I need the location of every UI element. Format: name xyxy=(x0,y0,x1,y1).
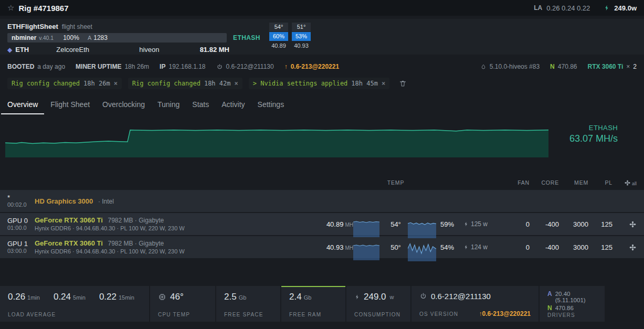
gpu-name[interactable]: GeForce RTX 3060 Ti xyxy=(35,239,103,247)
amd-driver-label: A xyxy=(547,290,552,298)
gpu-core-clock[interactable]: -400 xyxy=(530,243,559,251)
topbar: ☆ Rig #4719867 LA 0.26 0.24 0.22 249.0w xyxy=(0,0,644,16)
drivers-panel: A20.40 (5.11.1001) N470.86 DRIVERS xyxy=(540,286,605,322)
tab-settings[interactable]: Settings xyxy=(251,94,291,114)
status-row: BOOTED a day ago MINER UPTIME 18h 26m IP… xyxy=(0,61,644,72)
header-pl: PL xyxy=(588,179,613,186)
gpu-hashrate: 40.89 xyxy=(326,220,344,228)
header-mem: MEM xyxy=(559,179,588,186)
gpu0-temp: 54° xyxy=(269,23,288,31)
total-hashrate: 81.82 MH xyxy=(200,46,229,54)
gpu-fan-setting[interactable]: 0 xyxy=(505,243,530,251)
gpu-fan-percent: 59% xyxy=(440,220,463,228)
load-15min-label: 15min xyxy=(119,294,134,301)
favorite-star-icon[interactable]: ☆ xyxy=(7,3,14,13)
eth-coin-icon: ◆ xyxy=(7,46,12,54)
gpu-mem-clock[interactable]: 3000 xyxy=(559,220,588,228)
gpu-mem-clock[interactable]: 3000 xyxy=(559,243,588,251)
temp-sparkline xyxy=(353,234,379,260)
tab-stats[interactable]: Stats xyxy=(186,94,215,114)
cpu-chip-icon xyxy=(158,293,166,301)
gpu-name[interactable]: GeForce RTX 3060 Ti xyxy=(35,216,103,224)
gpu-fan-icon[interactable] xyxy=(629,220,637,228)
event-time: 18h 42m xyxy=(204,80,231,87)
ip-value: 192.168.1.18 xyxy=(168,63,205,70)
gpu-core-clock[interactable]: -400 xyxy=(530,220,559,228)
wallet-name: ZelcoreEth xyxy=(56,46,139,54)
header-temp: TEMP xyxy=(384,179,408,186)
cpu-gpu-vendor: · Intel xyxy=(98,198,114,205)
event-tag: Rig config changed 18h 42m × xyxy=(128,78,242,89)
miner-name: nbminer xyxy=(12,34,36,41)
flight-sheet-name[interactable]: ETHFlightSheet xyxy=(7,23,58,30)
free-space-panel: 2.5Gb FREE SPACE xyxy=(216,286,280,322)
temp-sparkline xyxy=(353,211,379,237)
gpu-bus: 03:00.0 xyxy=(7,248,35,254)
gpu1-temp: 51° xyxy=(292,23,311,31)
event-close-icon[interactable]: × xyxy=(234,80,238,87)
header-fan: FAN xyxy=(505,179,530,186)
event-close-icon[interactable]: × xyxy=(382,80,385,87)
uptime-label: MINER UPTIME xyxy=(76,63,121,70)
load-5min-label: 5min xyxy=(73,294,86,301)
load-average-values: 0.26 0.24 0.22 xyxy=(546,4,590,12)
free-space-label: FREE SPACE xyxy=(224,312,272,317)
gpu-info: 7982 MB · Gigabyte xyxy=(108,240,164,247)
gpu-temp: 50° xyxy=(384,243,408,251)
os-upgrade-link[interactable]: ↑0.6-213@220221 xyxy=(479,310,531,317)
clear-events-trash-icon[interactable] xyxy=(399,79,407,88)
miner-progress: 100% xyxy=(63,34,79,41)
gpu-hashrate: 40.93 xyxy=(326,243,344,251)
gpu-table-header: TEMP FAN CORE MEM PL all xyxy=(0,177,644,188)
gpu-index: GPU 0 xyxy=(7,217,35,225)
chart-hashrate-value: 63.07 MH/s xyxy=(548,133,618,144)
tab-overview[interactable]: Overview xyxy=(1,94,44,114)
upgrade-arrow-icon: ↑ xyxy=(284,63,288,70)
cpu-row-index: * xyxy=(7,194,35,201)
pool-name: hiveon xyxy=(139,46,199,54)
load-1min: 0.26 xyxy=(8,292,25,302)
gpu-badge: RTX 3060 Ti × 2 xyxy=(587,63,637,70)
gpu-hashrate-unit: MH xyxy=(345,245,353,251)
consumption-unit: w xyxy=(390,294,394,300)
amd-driver-value: 20.40 (5.11.1001) xyxy=(555,291,597,303)
load-15min: 0.22 xyxy=(99,292,117,302)
gpu-power: 124 w xyxy=(471,243,488,251)
load-average-panel-label: LOAD AVERAGE xyxy=(8,312,141,317)
gpu-fan-icon[interactable] xyxy=(629,243,637,251)
gpu-details: Hynix GDDR6 · 94.04.6B.40.30 · PL 100 W,… xyxy=(35,225,305,232)
free-ram-unit: Gb xyxy=(304,294,312,301)
tab-activity[interactable]: Activity xyxy=(215,94,251,114)
upgrade-version: 0.6-213@220221 xyxy=(291,63,339,70)
power-bolt-icon xyxy=(463,244,469,250)
gpu1-fan: 53% xyxy=(292,32,311,41)
power-symbol-icon xyxy=(216,63,223,70)
event-text: Rig config changed xyxy=(132,80,200,87)
nvidia-driver-value: 470.86 xyxy=(558,63,577,70)
cpu-gpu-name: HD Graphics 3000 xyxy=(35,197,93,205)
algo-label: ETHASH xyxy=(233,34,260,41)
event-close-icon[interactable]: × xyxy=(114,80,118,87)
gpu-power-limit[interactable]: 125 xyxy=(588,220,613,228)
os-upgrade-link[interactable]: ↑ 0.6-213@220221 xyxy=(284,63,339,70)
gpu-fan-setting[interactable]: 0 xyxy=(505,220,530,228)
hashrate-chart-section: ETHASH 63.07 MH/s xyxy=(5,123,639,157)
booted-label: BOOTED xyxy=(7,63,34,70)
miner-progress-bar[interactable]: nbminer v.40.1 100% A 1283 xyxy=(7,33,227,43)
nvidia-driver-label: N xyxy=(547,304,552,312)
load-average-label: LA xyxy=(534,4,542,12)
nvidia-driver-value: 470.86 xyxy=(555,305,574,311)
flight-sheet-panel: ETHFlightSheet flight sheet nbminer v.40… xyxy=(0,19,644,55)
fan-all-icon[interactable]: all xyxy=(624,179,637,186)
load-1min-label: 1min xyxy=(27,294,40,301)
tab-flight-sheet[interactable]: Flight Sheet xyxy=(44,94,96,114)
kernel-drop-icon xyxy=(480,63,487,70)
nvidia-driver-label: N xyxy=(550,63,555,70)
gpu-power-limit[interactable]: 125 xyxy=(588,243,613,251)
tab-tuning[interactable]: Tuning xyxy=(151,94,186,114)
free-ram-value: 2.4 xyxy=(289,292,302,302)
gpu-power: 125 w xyxy=(471,220,488,228)
miner-version: v.40.1 xyxy=(39,35,54,41)
tab-overclocking[interactable]: Overclocking xyxy=(96,94,151,114)
cpu-temp-value: 46° xyxy=(170,292,184,302)
